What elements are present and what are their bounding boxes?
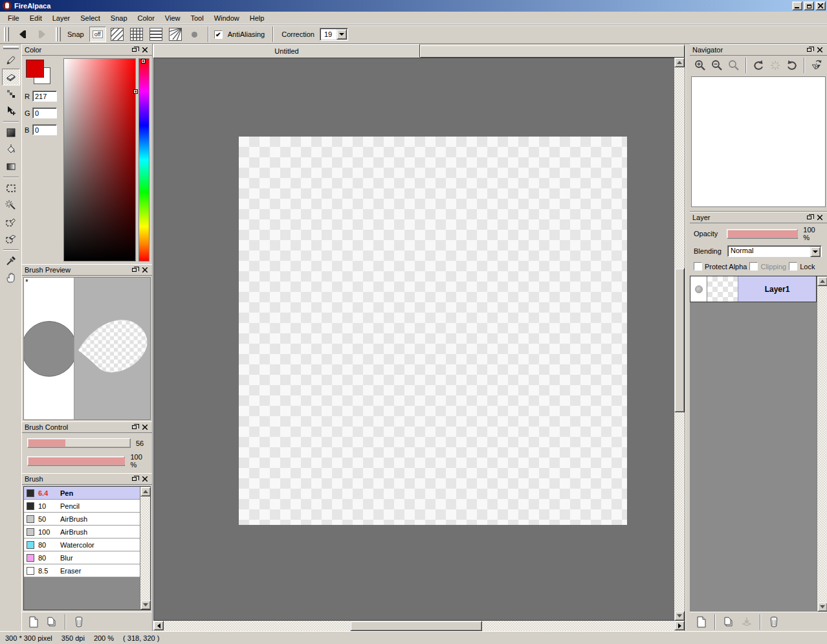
saturation-value-picker[interactable]	[63, 58, 136, 261]
menu-edit[interactable]: Edit	[25, 12, 47, 24]
b-input[interactable]	[32, 124, 57, 135]
select-eraser-tool-button[interactable]	[2, 230, 20, 247]
zoom-in-button[interactable]	[692, 58, 708, 72]
eyedropper-tool-button[interactable]	[2, 252, 20, 269]
close-panel-button[interactable]	[815, 46, 824, 54]
close-panel-button[interactable]	[140, 46, 149, 54]
brush-list-item[interactable]: 50 AirBrush	[24, 513, 140, 526]
rotate-right-button[interactable]	[784, 58, 800, 72]
canvas-viewport[interactable]	[153, 58, 674, 621]
correction-dropdown[interactable]: 19	[320, 28, 348, 41]
delete-layer-button[interactable]	[766, 615, 782, 629]
color-swatches[interactable]	[26, 60, 54, 85]
scroll-down-button[interactable]	[817, 602, 827, 612]
float-panel-button[interactable]	[129, 475, 138, 483]
eraser-tool-button[interactable]	[2, 69, 20, 85]
brush-list-item[interactable]: 80 Blur	[24, 551, 140, 564]
float-panel-button[interactable]	[129, 266, 138, 274]
magic-wand-tool-button[interactable]	[2, 197, 20, 214]
menu-help[interactable]: Help	[245, 12, 270, 24]
snap-grid-button[interactable]	[128, 27, 145, 42]
menu-select[interactable]: Select	[75, 12, 105, 24]
scroll-up-button[interactable]	[140, 487, 151, 496]
duplicate-brush-button[interactable]	[44, 615, 60, 629]
brush-list-item[interactable]: 8.5 Eraser	[24, 564, 140, 577]
minimize-button[interactable]	[792, 1, 802, 10]
snap-off-button[interactable]: off	[89, 27, 106, 42]
float-panel-button[interactable]	[804, 46, 813, 54]
brush-list-scrollbar[interactable]	[140, 487, 150, 610]
gradient-tool-button[interactable]	[2, 158, 20, 175]
lock-checkbox[interactable]	[789, 262, 797, 271]
foreground-color-swatch[interactable]	[26, 60, 44, 78]
antialiasing-checkbox[interactable]: ✔	[214, 30, 223, 39]
menu-window[interactable]: Window	[209, 12, 245, 24]
lock-checkbox-group[interactable]: Lock	[789, 262, 815, 271]
navigator-preview[interactable]	[691, 76, 826, 207]
toolbar-grip[interactable]	[4, 27, 9, 41]
hue-slider-marker[interactable]	[141, 59, 146, 63]
float-panel-button[interactable]	[804, 214, 813, 221]
menu-view[interactable]: View	[160, 12, 186, 24]
rotate-reset-button[interactable]	[767, 58, 783, 72]
canvas-document[interactable]	[239, 137, 627, 525]
sv-picker-marker[interactable]	[133, 89, 138, 94]
protect-alpha-checkbox[interactable]	[694, 262, 702, 271]
clipping-checkbox[interactable]	[749, 262, 758, 271]
vertical-scrollbar[interactable]	[674, 58, 685, 621]
g-input[interactable]	[32, 107, 57, 118]
close-panel-button[interactable]	[140, 423, 149, 431]
pen-tool-button[interactable]	[2, 52, 20, 69]
brush-list-item[interactable]: 6.4 Pen	[24, 487, 140, 500]
menu-tool[interactable]: Tool	[185, 12, 208, 24]
correction-dropdown-arrow[interactable]	[336, 29, 347, 39]
bucket-tool-button[interactable]	[2, 141, 20, 158]
toolbar-grip-2[interactable]	[56, 27, 61, 41]
rotate-left-button[interactable]	[751, 58, 766, 72]
toolbox-grip[interactable]	[3, 46, 19, 49]
duplicate-layer-button[interactable]	[721, 615, 736, 629]
layer-list-scrollbar[interactable]	[817, 276, 827, 612]
select-tool-button[interactable]	[2, 180, 20, 197]
zoom-out-button[interactable]	[709, 58, 725, 72]
document-tab[interactable]: Untitled	[153, 44, 420, 58]
merge-down-layer-button[interactable]	[739, 615, 755, 629]
layer-opacity-slider[interactable]	[727, 229, 798, 239]
nav-forward-button[interactable]	[34, 27, 52, 42]
snap-horizontal-button[interactable]	[148, 27, 164, 42]
brush-list-item[interactable]: 80 Watercolor	[24, 539, 140, 551]
brush-list-item[interactable]: 100 AirBrush	[24, 526, 140, 539]
zoom-reset-button[interactable]	[726, 58, 742, 72]
snap-parallel-button[interactable]	[109, 27, 126, 42]
select-pen-tool-button[interactable]	[2, 214, 20, 230]
add-layer-button[interactable]	[694, 615, 709, 629]
blending-dropdown-arrow[interactable]	[810, 247, 821, 257]
add-brush-button[interactable]	[26, 615, 41, 629]
scroll-up-button[interactable]	[674, 58, 685, 67]
close-panel-button[interactable]	[140, 266, 149, 274]
brush-opacity-slider[interactable]	[27, 456, 125, 466]
nav-back-button[interactable]	[13, 27, 31, 42]
menu-layer[interactable]: Layer	[47, 12, 76, 24]
clipping-checkbox-group[interactable]: Clipping	[749, 262, 786, 271]
hue-slider[interactable]	[138, 58, 149, 261]
snap-vanishing-button[interactable]	[167, 27, 184, 42]
layer-row[interactable]: Layer1	[690, 276, 817, 302]
float-panel-button[interactable]	[129, 423, 138, 431]
close-panel-button[interactable]	[140, 475, 149, 483]
flip-horizontal-button[interactable]	[809, 58, 824, 72]
hand-tool-button[interactable]	[2, 269, 20, 286]
scroll-down-button[interactable]	[140, 600, 151, 610]
r-input[interactable]	[32, 91, 57, 102]
menu-snap[interactable]: Snap	[105, 12, 133, 24]
brush-size-slider[interactable]	[27, 438, 131, 448]
protect-alpha-checkbox-group[interactable]: Protect Alpha	[694, 262, 747, 271]
horizontal-scrollbar[interactable]	[153, 621, 685, 631]
blending-dropdown[interactable]: Normal	[727, 245, 822, 257]
scroll-up-button[interactable]	[817, 276, 827, 286]
scroll-left-button[interactable]	[153, 621, 164, 630]
brush-list-item[interactable]: 10 Pencil	[24, 500, 140, 513]
float-panel-button[interactable]	[129, 46, 138, 54]
shape-fill-tool-button[interactable]	[2, 124, 20, 141]
move-tool-button[interactable]	[2, 102, 20, 119]
